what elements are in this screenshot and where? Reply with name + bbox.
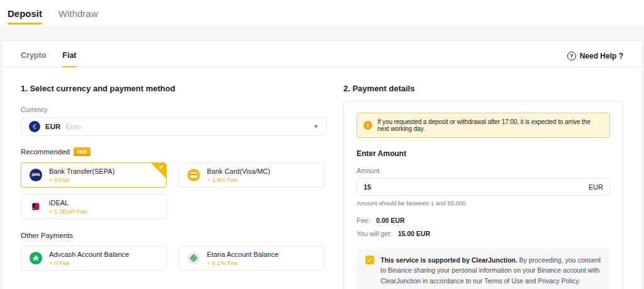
main-card: Crypto Fiat ? Need Help ? 1. Select curr… <box>1 40 643 289</box>
method-ideal[interactable]: iDEAL + 1.3EUR Fee <box>21 194 167 219</box>
advcash-icon: A <box>29 251 43 265</box>
payment-details-panel: ! If you requested a deposit or withdraw… <box>343 101 623 289</box>
currency-select[interactable]: € EUR Euro ▼ <box>21 117 327 136</box>
disclaimer-bold-text: This service is supported by ClearJuncti… <box>380 256 518 264</box>
method-text: Etana Account Balance + 0.1% Fee <box>207 251 279 266</box>
method-fee: + 0 Fee <box>49 176 114 183</box>
you-will-get-row: You will get: 15.00 EUR <box>357 230 610 237</box>
consent-checkbox[interactable]: ✓ <box>365 256 374 264</box>
method-advcash[interactable]: A Advcash Account Balance + 0 Fee <box>21 246 167 271</box>
need-help-label: Need Help ? <box>580 52 623 60</box>
recommended-methods-grid: ✓ SEPA Bank Transfer(SEPA) + 0 Fee <box>21 162 327 219</box>
method-fee: + 0 Fee <box>49 259 129 266</box>
method-fee: + 1.3EUR Fee <box>49 208 87 215</box>
disclaimer-text: This service is supported by ClearJuncti… <box>380 255 601 286</box>
chevron-down-icon: ▼ <box>313 123 319 130</box>
tab-deposit[interactable]: Deposit <box>8 8 42 26</box>
selected-check-icon: ✓ <box>159 164 164 171</box>
top-tab-bar: Deposit Withdraw <box>0 0 644 27</box>
warning-icon: ! <box>364 121 372 130</box>
method-name: Advcash Account Balance <box>49 251 129 258</box>
recommended-row: Recommended Hot <box>21 147 327 156</box>
etana-icon <box>187 251 201 265</box>
notice-text: If you requested a deposit or withdrawal… <box>377 118 603 132</box>
tab-withdraw-label: Withdraw <box>58 8 98 19</box>
left-section-title: 1. Select currency and payment method <box>21 84 327 93</box>
fee-label: Fee: <box>357 217 370 224</box>
method-bank-card[interactable]: Bank Card(Visa/MC) + 1.8% Fee <box>179 162 325 188</box>
amount-input[interactable] <box>364 183 589 191</box>
method-name: Etana Account Balance <box>207 251 279 258</box>
right-section-title: 2. Payment details <box>343 84 623 93</box>
select-method-section: 1. Select currency and payment method Cu… <box>21 67 327 289</box>
eur-currency-icon: € <box>29 121 40 132</box>
method-fee: + 0.1% Fee <box>207 259 279 266</box>
method-text: Bank Card(Visa/MC) + 1.8% Fee <box>207 167 270 183</box>
disclaimer-box: ✓ This service is supported by ClearJunc… <box>357 247 610 289</box>
method-fee: + 1.8% Fee <box>207 176 270 183</box>
content: 1. Select currency and payment method Cu… <box>2 67 642 289</box>
method-text: Bank Transfer(SEPA) + 0 Fee <box>49 167 114 183</box>
method-etana[interactable]: Etana Account Balance + 0.1% Fee <box>179 246 325 271</box>
method-name: Bank Card(Visa/MC) <box>207 167 270 175</box>
other-methods-grid: A Advcash Account Balance + 0 Fee <box>21 246 327 271</box>
amount-currency-suffix: EUR <box>589 183 603 191</box>
sepa-icon: SEPA <box>29 168 43 182</box>
fee-value: 0.00 EUR <box>376 217 405 224</box>
hot-badge: Hot <box>74 147 91 156</box>
fee-row: Fee: 0.00 EUR <box>357 217 610 224</box>
method-name: Bank Transfer(SEPA) <box>49 167 114 175</box>
need-help-link[interactable]: ? Need Help ? <box>567 52 623 67</box>
tab-fiat[interactable]: Fiat <box>62 51 76 67</box>
subtab-bar: Crypto Fiat ? Need Help ? <box>2 41 642 67</box>
ideal-icon <box>29 200 43 213</box>
currency-code: EUR <box>45 123 60 130</box>
currency-label: Currency <box>21 106 327 113</box>
tab-withdraw[interactable]: Withdraw <box>58 8 98 26</box>
you-will-get-value: 15.00 EUR <box>398 230 430 237</box>
amount-hint: Amount should be between 1 and 50,000 <box>357 200 610 207</box>
bank-card-icon <box>187 168 201 182</box>
method-name: iDEAL <box>49 199 87 207</box>
tab-crypto-label: Crypto <box>21 51 46 60</box>
amount-label: Amount <box>357 167 610 174</box>
method-bank-transfer-sepa[interactable]: ✓ SEPA Bank Transfer(SEPA) + 0 Fee <box>21 162 167 188</box>
amount-field-wrap: EUR <box>357 178 610 196</box>
deposit-page: Deposit Withdraw Crypto Fiat ? Need Help… <box>0 0 644 289</box>
enter-amount-heading: Enter Amount <box>357 149 610 158</box>
method-text: iDEAL + 1.3EUR Fee <box>49 199 87 215</box>
notice-banner: ! If you requested a deposit or withdraw… <box>357 113 610 138</box>
recommended-label: Recommended <box>21 148 70 156</box>
payment-details-section: 2. Payment details ! If you requested a … <box>343 67 623 289</box>
currency-name: Euro <box>65 123 80 130</box>
svg-text:SEPA: SEPA <box>31 173 40 176</box>
question-mark-icon: ? <box>567 52 576 60</box>
other-payments-label: Other Payments <box>21 232 327 239</box>
tab-fiat-label: Fiat <box>62 51 76 60</box>
you-will-get-label: You will get: <box>357 230 392 237</box>
tab-deposit-label: Deposit <box>8 8 42 19</box>
tab-crypto[interactable]: Crypto <box>21 51 46 67</box>
method-text: Advcash Account Balance + 0 Fee <box>49 251 129 266</box>
